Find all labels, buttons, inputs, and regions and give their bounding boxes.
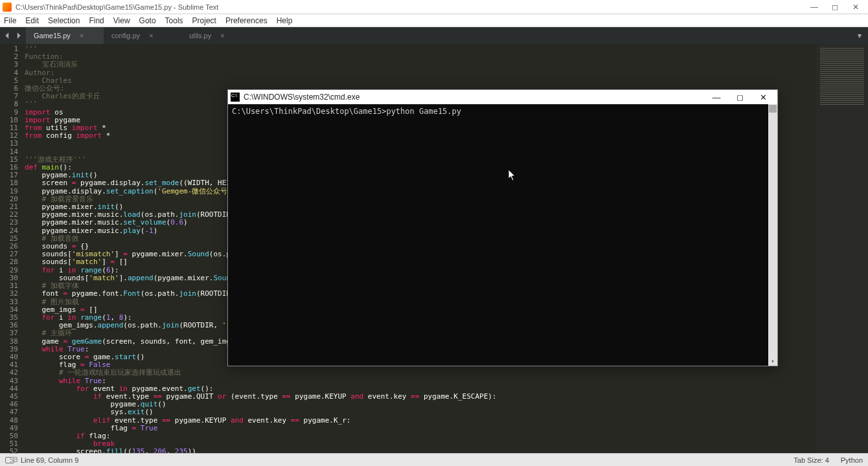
menu-project[interactable]: Project <box>192 16 216 25</box>
tab-label: config.py <box>111 32 140 39</box>
status-cursor-pos[interactable]: Line 69, Column 9 <box>21 456 78 464</box>
minimize-button[interactable]: — <box>808 3 820 12</box>
menu-edit[interactable]: Edit <box>25 16 39 25</box>
scroll-down-icon[interactable]: ▾ <box>768 358 777 366</box>
window-title-bar: C:\Users\ThinkPad\Desktop\Game15\Game15.… <box>0 0 868 14</box>
tab-game15-py[interactable]: Game15.py× <box>26 27 104 44</box>
tab-close-icon[interactable]: × <box>80 32 84 39</box>
status-tab-size[interactable]: Tab Size: 4 <box>794 456 828 464</box>
tab-nav-arrows[interactable] <box>0 27 26 44</box>
status-language[interactable]: Python <box>841 456 863 464</box>
tab-label: Game15.py <box>34 32 71 39</box>
app-icon <box>3 3 12 12</box>
menu-selection[interactable]: Selection <box>48 16 80 25</box>
cmd-output-line: C:\Users\ThinkPad\Desktop\Game15>python … <box>232 107 773 116</box>
cmd-title-bar[interactable]: C:\WINDOWS\system32\cmd.exe — ◻ ✕ <box>228 90 777 104</box>
menu-preferences[interactable]: Preferences <box>225 16 268 25</box>
status-bar: Line 69, Column 9 Tab Size: 4 Python <box>0 453 868 466</box>
cmd-title-text: C:\WINDOWS\system32\cmd.exe <box>244 93 705 102</box>
menu-file[interactable]: File <box>4 16 16 25</box>
cmd-maximize-button[interactable]: ◻ <box>728 93 751 102</box>
cmd-close-button[interactable]: ✕ <box>751 93 775 102</box>
menu-help[interactable]: Help <box>277 16 293 25</box>
tab-bar: Game15.py×config.py×utils.py× ▾ <box>0 27 868 44</box>
tab-config-py[interactable]: config.py× <box>104 27 181 44</box>
cmd-window[interactable]: C:\WINDOWS\system32\cmd.exe — ◻ ✕ C:\Use… <box>227 89 778 366</box>
cmd-icon <box>231 93 240 102</box>
tab-label: utils.py <box>189 32 211 39</box>
cmd-minimize-button[interactable]: — <box>705 93 728 102</box>
tab-close-icon[interactable]: × <box>149 32 153 39</box>
cmd-scrollbar[interactable]: ▴ ▾ <box>768 104 777 366</box>
cmd-body[interactable]: C:\Users\ThinkPad\Desktop\Game15>python … <box>228 104 777 366</box>
scroll-thumb[interactable] <box>769 105 777 113</box>
window-controls: — ◻ ✕ <box>808 3 865 12</box>
menu-find[interactable]: Find <box>89 16 104 25</box>
window-title: C:\Users\ThinkPad\Desktop\Game15\Game15.… <box>16 3 808 11</box>
minimap[interactable] <box>816 44 868 453</box>
close-button[interactable]: ✕ <box>850 3 862 12</box>
menu-tools[interactable]: Tools <box>165 16 183 25</box>
tab-close-icon[interactable]: × <box>220 32 224 39</box>
tab-utils-py[interactable]: utils.py× <box>181 27 259 44</box>
tab-overflow-icon[interactable]: ▾ <box>851 27 868 44</box>
menu-view[interactable]: View <box>113 16 130 25</box>
menu-bar: FileEditSelectionFindViewGotoToolsProjec… <box>0 14 868 27</box>
menu-goto[interactable]: Goto <box>139 16 156 25</box>
maximize-button[interactable]: ◻ <box>829 3 841 12</box>
line-gutter: 1234567891011121314151617181920212223242… <box>0 44 22 453</box>
